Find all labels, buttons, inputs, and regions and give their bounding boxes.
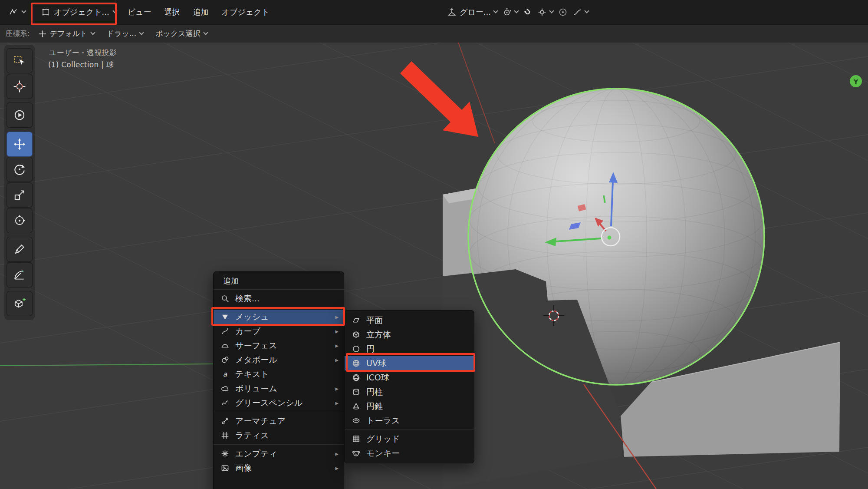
tool-play[interactable] <box>7 102 33 128</box>
menu-item-mesh[interactable]: メッシュ ▸ <box>214 310 344 324</box>
tool-scale[interactable] <box>7 182 33 208</box>
empty-axes-icon <box>220 449 230 459</box>
monkey-icon <box>351 449 361 458</box>
menu-item-search[interactable]: 検索... <box>214 291 344 306</box>
menu-item-text[interactable]: a テキスト <box>214 367 344 381</box>
svg-text:a: a <box>223 370 227 378</box>
snap-target-dropdown[interactable] <box>537 7 553 17</box>
mesh-icon <box>220 312 230 322</box>
submenu-arrow-icon: ▸ <box>335 313 339 321</box>
add-menu-title: 追加 <box>214 274 344 287</box>
plane-icon <box>351 316 361 325</box>
tool-annotate[interactable] <box>7 237 33 262</box>
submenu-arrow-icon: ▸ <box>335 385 339 393</box>
circle-icon <box>351 344 361 354</box>
object-mode-icon <box>41 8 50 17</box>
submenu-arrow-icon: ▸ <box>335 464 339 472</box>
axis-gizmo-y[interactable]: Y <box>850 75 862 87</box>
rotate-arc-icon <box>13 163 26 176</box>
menu-separator <box>214 444 344 445</box>
move-gizmo-icon <box>39 30 46 38</box>
add-menu: 追加 検索... メッシュ ▸ カーブ ▸ サーフェス ▸ メタボール ▸ <box>213 271 344 489</box>
ico-sphere-icon <box>351 373 361 383</box>
menu-item-cylinder[interactable]: 円柱 <box>345 385 474 399</box>
menu-item-cone[interactable]: 円錐 <box>345 399 474 413</box>
menu-separator <box>345 430 474 430</box>
menu-view[interactable]: ビュー <box>121 3 158 21</box>
menu-item-lattice[interactable]: ラティス <box>214 428 344 443</box>
submenu-arrow-icon: ▸ <box>335 327 339 335</box>
tool-rotate[interactable] <box>7 157 33 182</box>
chevron-down-icon <box>493 8 498 13</box>
cursor-crosshair-icon <box>13 80 26 93</box>
menu-item-image[interactable]: 画像 ▸ <box>214 461 344 475</box>
menu-object[interactable]: オブジェクト <box>215 3 276 21</box>
drag-action-value: ドラッ... <box>107 29 136 39</box>
transform-icon <box>13 214 26 227</box>
menu-item-cube[interactable]: 立方体 <box>345 327 474 342</box>
volume-icon <box>220 384 230 393</box>
magnet-icon <box>523 7 533 17</box>
protractor-icon <box>13 268 26 281</box>
submenu-arrow-icon: ▸ <box>335 399 339 407</box>
chevron-down-icon <box>112 8 117 13</box>
image-icon <box>220 463 230 473</box>
editor-type-button[interactable] <box>4 3 30 21</box>
menu-item-empty[interactable]: エンプティ ▸ <box>214 446 344 461</box>
gizmo-orientation-dropdown[interactable]: デフォルト <box>39 29 95 39</box>
proportional-editing-toggle[interactable] <box>558 7 568 17</box>
object-mode-label: オブジェクト... <box>54 7 109 17</box>
tool-select-box[interactable] <box>7 48 33 73</box>
svg-text:Y: Y <box>853 78 858 85</box>
tool-cursor[interactable] <box>7 74 33 99</box>
chevron-down-icon <box>584 8 589 13</box>
tool-transform[interactable] <box>7 208 33 233</box>
proportional-falloff-dropdown[interactable] <box>572 7 589 17</box>
armature-icon <box>220 416 230 426</box>
menu-item-curve[interactable]: カーブ ▸ <box>214 324 344 338</box>
grid-icon <box>351 434 361 444</box>
menu-item-torus[interactable]: トーラス <box>345 413 474 428</box>
menu-item-ico-sphere[interactable]: ICO球 <box>345 370 474 385</box>
object-mode-dropdown[interactable]: オブジェクト... <box>37 3 121 21</box>
menu-item-surface[interactable]: サーフェス ▸ <box>214 338 344 353</box>
snap-toggle[interactable] <box>523 7 533 17</box>
menu-item-uv-sphere[interactable]: UV球 <box>345 356 474 370</box>
menu-select[interactable]: 選択 <box>158 3 187 21</box>
curve-icon <box>220 327 230 336</box>
select-mode-value: ボックス選択 <box>155 29 201 39</box>
grease-pencil-icon <box>220 398 230 408</box>
menu-item-circle[interactable]: 円 <box>345 342 474 356</box>
submenu-arrow-icon: ▸ <box>335 342 339 350</box>
transform-orientation-dropdown[interactable]: グロー... <box>447 7 497 17</box>
menu-item-armature[interactable]: アーマチュア <box>214 414 344 428</box>
menu-item-monkey[interactable]: モンキー <box>345 446 474 460</box>
menu-item-grease-pencil[interactable]: グリースペンシル ▸ <box>214 396 344 410</box>
tool-move[interactable] <box>7 132 33 157</box>
editor-type-icon <box>9 7 18 17</box>
move-cross-icon <box>13 138 26 151</box>
chevron-down-icon <box>514 8 519 13</box>
pivot-point-dropdown[interactable] <box>502 7 518 17</box>
cube-icon <box>351 330 361 340</box>
select-mode-dropdown[interactable]: ボックス選択 <box>155 29 207 39</box>
breadcrumb: (1) Collection | 球 <box>48 60 114 70</box>
text-icon: a <box>220 370 230 379</box>
tool-measure[interactable] <box>7 262 33 287</box>
drag-action-dropdown[interactable]: ドラッ... <box>107 29 143 39</box>
menu-add[interactable]: 追加 <box>187 3 215 21</box>
add-cube-icon <box>13 297 26 310</box>
menu-item-metaball[interactable]: メタボール ▸ <box>214 353 344 367</box>
orientation-label: グロー... <box>460 7 491 17</box>
snap-target-icon <box>537 7 547 17</box>
proportional-circle-icon <box>558 7 568 17</box>
mesh-submenu: 平面 立方体 円 UV球 ICO球 円柱 円錐 <box>344 310 474 463</box>
menu-item-plane[interactable]: 平面 <box>345 313 474 327</box>
submenu-arrow-icon: ▸ <box>335 356 339 364</box>
tool-add-cube[interactable] <box>7 291 33 316</box>
menu-separator <box>214 289 344 290</box>
chevron-down-icon <box>139 30 144 35</box>
menu-item-volume[interactable]: ボリューム ▸ <box>214 381 344 396</box>
chevron-down-icon <box>549 8 554 13</box>
menu-item-grid[interactable]: グリッド <box>345 432 474 446</box>
